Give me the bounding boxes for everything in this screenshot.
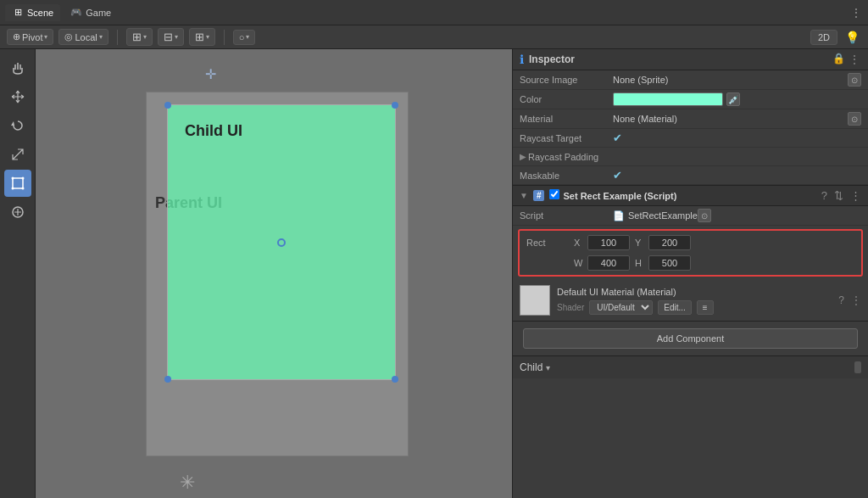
raycast-target-check[interactable]: ✔ [613,131,622,144]
grid-vis-chevron: ▾ [206,33,209,41]
source-image-picker[interactable]: ⊙ [848,73,861,87]
inspector-scrollbar[interactable] [854,361,861,373]
rect-section: Rect X Y W H [518,229,863,277]
color-label: Color [520,94,613,104]
script-picker[interactable]: ⊙ [698,209,711,222]
tab-game[interactable]: 🎮 Game [64,4,118,21]
rect-y-field: Y [635,235,691,250]
svg-point-3 [11,187,14,190]
raycast-padding-arrow: ▶ [520,152,526,161]
light-toggle-button[interactable]: 💡 [843,28,861,47]
rect-icon [10,176,25,191]
grid-move-icon: ⊞ [132,31,142,43]
script-help-icon[interactable]: ? [821,189,827,202]
maskable-check[interactable]: ✔ [613,169,622,182]
hand-icon [10,60,25,76]
hand-tool-button[interactable] [4,54,31,81]
material-edit-button[interactable]: Edit... [658,300,692,315]
scale-icon [10,147,25,162]
move-tool-button[interactable] [4,83,31,110]
grid-snap-button[interactable]: ⊟ ▾ [158,28,184,46]
child-ui-label: Child UI [185,122,242,140]
scene-view[interactable]: ✳ Parent UI Child UI ✛ [36,49,512,498]
inspector-icons: 🔒 ⋮ [832,53,861,66]
2d-button[interactable]: 2D [810,30,837,45]
inspector-menu-icon[interactable]: ⋮ [849,53,861,66]
material-help-icon[interactable]: ? [838,294,844,306]
color-swatch[interactable] [613,92,723,106]
rect-x-input[interactable] [587,235,630,250]
handle-tl[interactable] [164,102,171,109]
local-label: Local [75,32,97,42]
script-enabled-checkbox[interactable] [549,189,559,199]
transform-icon [10,204,25,220]
transform-tool-button[interactable] [4,199,31,226]
script-file-icon: 📄 [613,210,625,221]
rotate-icon [10,118,25,133]
rect-y-input[interactable] [648,235,691,250]
grid-vis-icon: ⊞ [195,31,204,43]
left-toolbar [0,49,36,498]
child-bar-chevron[interactable]: ▾ [546,363,550,372]
rect-h-input[interactable] [648,255,691,271]
material-menu-icon[interactable]: ⋮ [851,294,861,306]
rotate-tool-button[interactable] [4,112,31,139]
pivot-label: Pivot [22,32,42,42]
lock-icon[interactable]: 🔒 [832,53,845,66]
pivot-button[interactable]: ⊕ Pivot ▾ [7,29,53,45]
rect-w-field: W [574,255,630,271]
child-bar: Child ▾ [513,355,868,378]
material-shader-row: Shader UI/Default Edit... ≡ [557,300,828,315]
local-button[interactable]: ◎ Local ▾ [58,29,108,45]
raycast-padding-label: Raycast Padding [528,152,621,162]
script-check[interactable] [549,189,559,202]
gizmo-button[interactable]: ○ ▾ [233,30,256,45]
handle-center[interactable] [277,238,286,247]
color-eyedropper[interactable]: 💉 [726,92,740,106]
add-component-button[interactable]: Add Component [523,328,858,349]
script-menu-icon[interactable]: ⋮ [850,189,861,202]
rect-wh-row: W H [521,253,860,273]
handle-bl[interactable] [164,376,171,383]
material-row: Material None (Material) ⊙ [513,109,868,129]
gizmo-icon: ○ [239,32,245,42]
raycast-padding-row[interactable]: ▶ Raycast Padding [513,148,868,166]
grid-snap-icon: ⊟ [164,31,173,43]
local-icon: ◎ [64,31,73,42]
tab-options-icon[interactable]: ⋮ [849,6,863,20]
inspector-title: Inspector [529,53,827,65]
pivot-chevron: ▾ [44,33,47,41]
svg-point-4 [21,187,24,190]
source-image-label: Source Image [520,75,613,85]
script-expand-arrow[interactable]: ▼ [520,191,528,200]
rect-xy-row: Rect X Y [521,232,860,253]
material-list-button[interactable]: ≡ [697,300,714,315]
svg-point-1 [11,177,14,180]
material-shader-select[interactable]: UI/Default [589,300,653,315]
rect-w-axis-label: W [574,258,584,268]
rect-h-field: H [635,255,691,271]
toolbar-sep-1 [117,30,118,45]
material-name: Default UI Material (Material) [557,287,828,297]
handle-br[interactable] [392,376,398,383]
inspector-header: ℹ Inspector 🔒 ⋮ [513,49,868,70]
script-section-header: ▼ # Set Rect Example (Script) ? ⇅ ⋮ [513,185,868,206]
scene-tab-icon: ⊞ [12,7,24,19]
rect-tool-button[interactable] [4,170,31,197]
rect-y-axis-label: Y [635,238,645,248]
gizmo-chevron: ▾ [246,33,249,41]
scale-tool-button[interactable] [4,141,31,168]
material-picker[interactable]: ⊙ [848,112,861,126]
material-section: Default UI Material (Material) Shader UI… [513,280,868,322]
rect-w-input[interactable] [587,255,630,271]
script-hash-badge: # [533,190,545,201]
inspector-panel: ℹ Inspector 🔒 ⋮ Source Image None (Sprit… [512,49,868,498]
grid-vis-button[interactable]: ⊞ ▾ [189,28,215,46]
tab-scene[interactable]: ⊞ Scene [5,4,60,21]
local-chevron: ▾ [99,33,103,41]
grid-move-button[interactable]: ⊞ ▾ [126,28,153,46]
script-settings-icon[interactable]: ⇅ [834,189,843,202]
material-value: None (Material) [613,114,848,124]
script-label: Script [520,210,613,221]
handle-tr[interactable] [392,102,398,109]
